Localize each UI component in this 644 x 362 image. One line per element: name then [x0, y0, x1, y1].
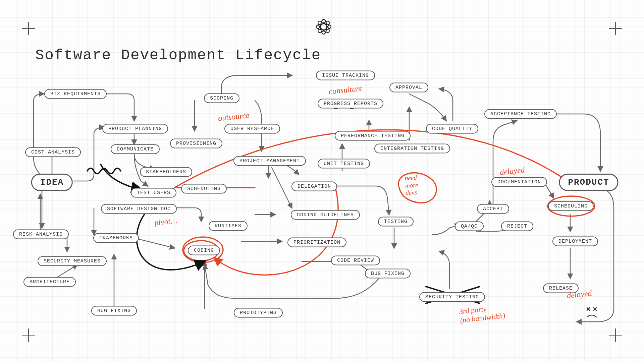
node-reject: REJECT	[501, 222, 533, 231]
node-performance-testing: PERFORMANCE TESTING	[335, 131, 411, 141]
node-code-review: CODE REVIEW	[331, 256, 380, 265]
node-unit-testing: UNIT TESTING	[318, 159, 370, 169]
node-integration-testing: INTEGRATION TESTING	[374, 144, 450, 154]
annot-need-more-devs: need more devs	[405, 174, 419, 197]
node-coding-guidelines: CODING GUIDELINES	[291, 210, 360, 220]
node-deployment: DEPLOYMENT	[552, 237, 598, 246]
logo-flower-icon	[315, 18, 332, 35]
node-security-testing: SECURITY TESTING	[419, 292, 485, 302]
node-code-quality: CODE QUALITY	[426, 124, 478, 134]
node-documentation: DOCUMENTATION	[491, 177, 547, 187]
node-progress-reports: PROGRESS REPORTS	[318, 99, 383, 109]
node-frameworks: FRAMEWORKS	[93, 233, 139, 243]
node-project-management: PROJECT MANAGEMENT	[233, 156, 306, 166]
node-idea: IDEA	[31, 174, 73, 191]
node-scheduling-left: SCHEDULING	[181, 184, 227, 194]
corner-cross-tl	[22, 22, 35, 35]
node-stakeholders: STAKEHOLDERS	[140, 167, 192, 177]
node-qaqc: QA/QC	[455, 222, 484, 231]
corner-cross-br	[609, 328, 622, 342]
node-prioritization: PRIORITIZATION	[287, 238, 346, 247]
corner-cross-tr	[609, 22, 622, 35]
node-biz-requirements: BIZ REQUIRMENTS	[44, 89, 107, 99]
corner-cross-bl	[22, 328, 35, 342]
node-test-users: TEST USERS	[131, 188, 176, 198]
node-scoping: SCOPING	[204, 94, 239, 103]
diagram-title: Software Development Lifecycle	[35, 47, 321, 64]
node-communicate: COMMUNICATE	[111, 144, 160, 154]
node-runtimes: RUNTIMES	[209, 221, 248, 231]
node-cost-analysis: COST ANALYSIS	[25, 147, 81, 157]
node-provisioning: PROVISIONING	[170, 139, 222, 148]
node-user-research: USER RESEARCH	[224, 124, 280, 134]
node-acceptance-testing: ACCEPTANCE TESTING	[484, 109, 557, 119]
node-prototyping: PROTOTYPING	[234, 308, 283, 318]
sad-face-icon	[584, 305, 600, 322]
node-security-measures: SECURITY MEASURES	[38, 256, 107, 266]
node-coding: CODING	[188, 246, 220, 255]
node-delegation: DELEGATION	[291, 182, 337, 191]
node-product-planning: PRODUCT PLANNING	[102, 124, 168, 134]
node-testing: TESTING	[378, 217, 414, 227]
node-risk-analysis: RISK ANALYSIS	[13, 230, 69, 239]
node-architecture: ARCHITECTURE	[23, 277, 76, 287]
node-approval: APPROVAL	[389, 83, 428, 93]
node-product: PRODUCT	[559, 174, 618, 191]
node-bug-fixing-right: BUG FIXING	[365, 269, 411, 279]
node-software-design-doc: SOFTWARE DESIGN DOC	[101, 204, 177, 214]
node-issue-tracking: ISSUE TRACKING	[316, 71, 375, 80]
node-bug-fixing-left: BUG FIXING	[91, 306, 137, 316]
node-scheduling-right: SCHEDULING	[548, 201, 594, 211]
node-accept: ACCEPT	[477, 204, 509, 214]
